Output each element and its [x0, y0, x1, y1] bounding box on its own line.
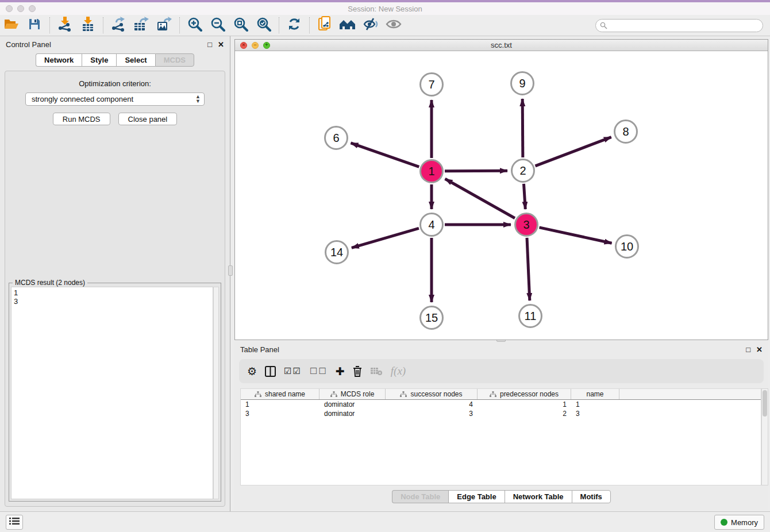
edge-1-2[interactable]: [445, 171, 507, 171]
node-11[interactable]: 11: [518, 304, 542, 328]
edge-3-1[interactable]: [445, 179, 515, 218]
mcds-result-text[interactable]: 1 3: [11, 287, 213, 499]
table-row[interactable]: 1dominator411: [241, 400, 761, 409]
clone-network-button[interactable]: [313, 16, 336, 34]
optimization-select-value: strongly connected component: [32, 95, 133, 103]
result-scrollbar[interactable]: [213, 287, 219, 499]
table-panel-title: Table Panel: [240, 345, 279, 354]
table-cell[interactable]: 1: [571, 400, 619, 408]
edge-1-6[interactable]: [351, 143, 419, 167]
column-header-successor-nodes[interactable]: successor nodes: [386, 389, 478, 399]
network-zoom-button[interactable]: +: [263, 42, 270, 49]
float-table-panel-icon[interactable]: □: [746, 346, 750, 353]
import-network-icon: [58, 17, 72, 34]
table-settings-button[interactable]: ⚙: [247, 365, 257, 378]
node-7[interactable]: 7: [419, 72, 444, 97]
search-input[interactable]: [595, 19, 763, 32]
table-cell[interactable]: 3: [571, 410, 619, 418]
network-minimize-button[interactable]: −: [252, 42, 259, 49]
edge-3-11[interactable]: [527, 238, 530, 300]
node-10[interactable]: 10: [615, 234, 639, 259]
export-table-button[interactable]: [130, 16, 153, 34]
close-panel-button[interactable]: Close panel: [118, 113, 178, 125]
select-all-columns-button[interactable]: ☑☑: [284, 366, 302, 376]
close-panel-icon[interactable]: ✕: [218, 41, 224, 48]
column-header-MCDS-role[interactable]: MCDS role: [319, 389, 386, 399]
table-cell[interactable]: dominator: [319, 400, 386, 408]
node-8[interactable]: 8: [614, 119, 638, 144]
run-mcds-button[interactable]: Run MCDS: [53, 113, 110, 125]
tab-mcds[interactable]: MCDS: [155, 53, 194, 67]
mcds-result-title: MCDS result (2 nodes): [13, 279, 87, 287]
column-header-predecessor-nodes[interactable]: predecessor nodes: [478, 389, 571, 399]
node-9[interactable]: 9: [510, 71, 534, 95]
control-panel: Control Panel □ ✕ NetworkStyleSelectMCDS…: [0, 36, 230, 511]
close-table-panel-icon[interactable]: ✕: [756, 346, 763, 353]
table-body: 1dominator4113dominator323: [241, 400, 761, 418]
tab-edge-table[interactable]: Edge Table: [448, 490, 504, 503]
node-4[interactable]: 4: [419, 213, 444, 237]
optimization-select[interactable]: strongly connected component ▲▼: [25, 92, 205, 106]
table-cell[interactable]: dominator: [319, 410, 386, 418]
save-session-button[interactable]: [23, 16, 46, 34]
node-1[interactable]: 1: [419, 159, 444, 183]
task-history-button[interactable]: [6, 515, 23, 530]
show-eye-button[interactable]: [382, 16, 405, 34]
trash-icon[interactable]: [353, 366, 362, 377]
vertical-splitter-handle[interactable]: [228, 265, 233, 276]
refresh-button[interactable]: [283, 16, 306, 34]
edge-2-3[interactable]: [523, 184, 525, 209]
import-network-button[interactable]: [53, 16, 76, 34]
table-cell[interactable]: 3: [386, 410, 478, 418]
zoom-selected-icon: [256, 17, 271, 34]
tab-node-table[interactable]: Node Table: [392, 490, 448, 503]
open-file-icon: [4, 18, 19, 33]
column-header-name[interactable]: name: [571, 389, 619, 399]
table-cell[interactable]: 1: [241, 400, 319, 408]
mcds-panel: Optimization criterion: strongly connect…: [5, 71, 225, 507]
float-panel-icon[interactable]: □: [207, 41, 212, 48]
home-button[interactable]: [336, 16, 359, 34]
column-view-icon[interactable]: [265, 366, 276, 377]
zoom-out-button[interactable]: [206, 16, 229, 34]
node-2[interactable]: 2: [511, 159, 535, 183]
zoom-selected-button[interactable]: [252, 16, 275, 34]
add-column-button[interactable]: ✚: [336, 365, 345, 378]
table-cell[interactable]: 2: [478, 410, 571, 418]
memory-button[interactable]: Memory: [714, 515, 764, 530]
tab-select[interactable]: Select: [116, 53, 155, 67]
edge-2-9[interactable]: [522, 99, 523, 157]
network-close-button[interactable]: ×: [240, 42, 247, 49]
edge-4-14[interactable]: [352, 228, 419, 248]
network-canvas[interactable]: 7968124314101511: [235, 51, 768, 340]
edge-2-8[interactable]: [536, 137, 611, 166]
node-6[interactable]: 6: [324, 126, 348, 150]
node-14[interactable]: 14: [325, 240, 349, 264]
table-row[interactable]: 3dominator323: [241, 409, 761, 418]
tab-motifs[interactable]: Motifs: [572, 490, 611, 503]
table-scrollbar[interactable]: [761, 388, 768, 485]
deselect-all-columns-button[interactable]: ☐☐: [310, 366, 328, 376]
table-cell[interactable]: 4: [386, 400, 478, 408]
table-cell[interactable]: 1: [478, 400, 571, 408]
refresh-icon: [287, 17, 301, 33]
edge-3-10[interactable]: [539, 228, 611, 243]
tab-network-table[interactable]: Network Table: [505, 490, 572, 503]
export-image-button[interactable]: [153, 16, 176, 34]
tab-style[interactable]: Style: [82, 53, 116, 67]
export-network-button[interactable]: [107, 16, 130, 34]
node-3[interactable]: 3: [514, 213, 538, 237]
show-eye-icon: [386, 18, 402, 33]
zoom-fit-button[interactable]: [229, 16, 252, 34]
zoom-in-button[interactable]: [183, 16, 206, 34]
import-table-button[interactable]: [76, 16, 99, 34]
node-15[interactable]: 15: [419, 306, 444, 330]
open-file-button[interactable]: [0, 16, 23, 34]
memory-button-label: Memory: [731, 518, 758, 527]
tab-network[interactable]: Network: [36, 53, 82, 67]
search-field: [595, 19, 763, 32]
main-toolbar: [0, 15, 770, 36]
table-cell[interactable]: 3: [241, 410, 319, 418]
column-header-shared-name[interactable]: shared name: [241, 389, 319, 399]
hide-label-button[interactable]: [359, 16, 382, 34]
